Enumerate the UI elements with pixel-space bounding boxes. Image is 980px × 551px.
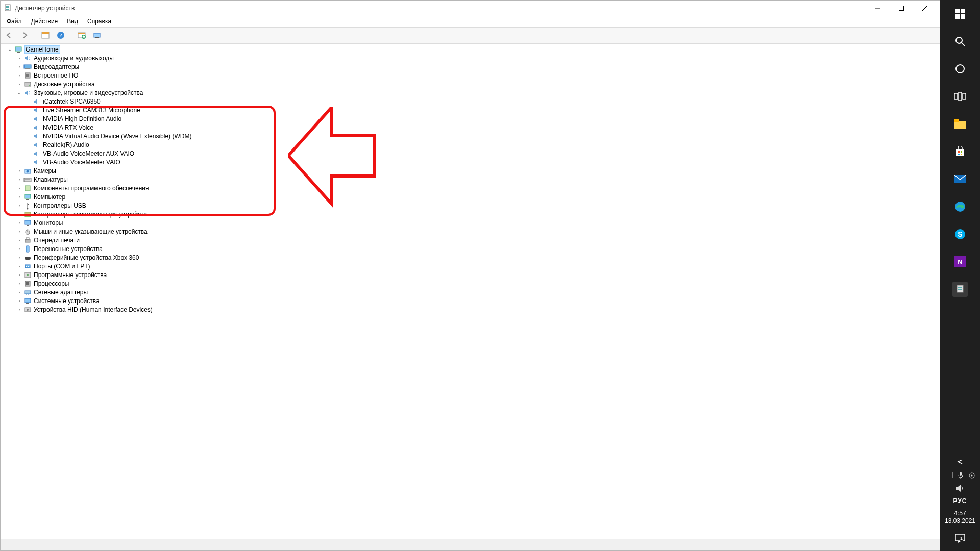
tray-microphone-icon[interactable]	[958, 472, 963, 479]
notifications-button[interactable]: 1	[952, 531, 968, 546]
menubar: Файл Действие Вид Справка	[1, 16, 940, 28]
svg-rect-33	[24, 212, 31, 214]
cat-portable-devices[interactable]: ›Переносные устройства	[2, 244, 940, 253]
tray-volume-icon[interactable]	[955, 484, 965, 492]
system-icon	[23, 297, 32, 305]
menu-file[interactable]: Файл	[3, 17, 26, 26]
menu-action[interactable]: Действие	[27, 17, 62, 26]
speaker-icon	[23, 54, 32, 62]
expand-toggle[interactable]: ›	[16, 263, 23, 270]
device-item[interactable]: NVIDIA Virtual Audio Device (Wave Extens…	[2, 132, 940, 140]
expand-toggle[interactable]: ›	[16, 280, 23, 287]
expand-toggle[interactable]: ›	[16, 63, 23, 70]
cat-usb-controllers[interactable]: ›Контроллеры USB	[2, 201, 940, 210]
cat-cameras[interactable]: ›Камеры	[2, 166, 940, 175]
skype-icon[interactable]: S	[952, 227, 968, 242]
menu-view[interactable]: Вид	[63, 17, 82, 26]
device-item[interactable]: iCatchtek SPCA6350	[2, 97, 940, 106]
task-view-button[interactable]	[952, 89, 968, 104]
cat-mice[interactable]: ›Мыши и иные указывающие устройства	[2, 227, 940, 236]
edge-icon[interactable]	[952, 199, 968, 214]
expand-toggle[interactable]: ⌄	[16, 89, 23, 96]
close-button[interactable]	[913, 1, 937, 16]
taskbar[interactable]: S N РУС 4:57 13.03.2021 1	[940, 0, 980, 551]
cat-system-devices[interactable]: ›Системные устройства	[2, 296, 940, 305]
cat-monitors[interactable]: ›Мониторы	[2, 218, 940, 227]
cat-firmware[interactable]: ›Встроенное ПО	[2, 71, 940, 80]
cat-processors[interactable]: ›Процессоры	[2, 279, 940, 288]
search-button[interactable]	[952, 34, 968, 49]
help-button[interactable]: ?	[54, 29, 67, 42]
expand-toggle[interactable]: ⌄	[7, 46, 14, 53]
forward-button[interactable]	[18, 29, 31, 42]
device-item[interactable]: NVIDIA RTX Voice	[2, 123, 940, 132]
scan-hardware-button[interactable]	[75, 29, 88, 42]
expand-toggle[interactable]: ›	[16, 237, 23, 244]
cat-storage-controllers[interactable]: ›Контроллеры запоминающих устройств	[2, 210, 940, 218]
expand-toggle[interactable]: ›	[16, 271, 23, 279]
device-tree[interactable]: ⌄ GameHome ›Аудиовходы и аудиовыходы ›Ви…	[1, 43, 940, 539]
tray-keyboard-icon[interactable]	[945, 472, 953, 479]
toolbar: ?	[1, 28, 940, 43]
mail-icon[interactable]	[952, 171, 968, 187]
expand-toggle[interactable]: ›	[16, 245, 23, 253]
menu-help[interactable]: Справка	[83, 17, 115, 26]
device-item[interactable]: Live Streamer CAM313 Microphone	[2, 106, 940, 114]
device-item[interactable]: VB-Audio VoiceMeeter AUX VAIO	[2, 149, 940, 158]
cat-display-adapters[interactable]: ›Видеоадаптеры	[2, 62, 940, 71]
clock[interactable]: 4:57 13.03.2021	[945, 510, 975, 525]
cat-network-adapters[interactable]: ›Сетевые адаптеры	[2, 288, 940, 296]
cat-software-components[interactable]: ›Компоненты программного обеспечения	[2, 184, 940, 192]
device-item[interactable]: Realtek(R) Audio	[2, 140, 940, 149]
cat-sound-video-game[interactable]: ⌄Звуковые, игровые и видеоустройства	[2, 88, 940, 97]
titlebar[interactable]: Диспетчер устройств	[1, 1, 940, 16]
expand-toggle[interactable]: ›	[16, 202, 23, 209]
expand-toggle[interactable]: ›	[16, 81, 23, 88]
cat-print-queues[interactable]: ›Очереди печати	[2, 236, 940, 244]
cat-audio-io[interactable]: ›Аудиовходы и аудиовыходы	[2, 54, 940, 62]
expand-toggle[interactable]: ›	[16, 289, 23, 296]
cat-keyboards[interactable]: ›Клавиатуры	[2, 175, 940, 184]
show-hide-console-button[interactable]	[39, 29, 52, 42]
cat-xbox-peripherals[interactable]: ›Периферийные устройства Xbox 360	[2, 253, 940, 262]
cat-software-devices[interactable]: ›Программные устройства	[2, 270, 940, 279]
device-manager-taskbar-icon[interactable]	[952, 282, 968, 297]
properties-button[interactable]	[90, 29, 104, 42]
cat-computer[interactable]: ›Компьютер	[2, 192, 940, 201]
expand-toggle[interactable]: ›	[16, 228, 23, 235]
svg-rect-42	[24, 257, 31, 260]
expand-toggle[interactable]: ›	[16, 306, 23, 313]
maximize-button[interactable]	[890, 1, 913, 16]
expand-toggle[interactable]: ›	[16, 211, 23, 218]
expand-toggle[interactable]: ›	[16, 176, 23, 183]
expand-toggle[interactable]: ›	[16, 167, 23, 174]
keyboard-icon	[23, 176, 32, 184]
onenote-icon[interactable]: N	[952, 254, 968, 269]
tree-root[interactable]: ⌄ GameHome	[2, 45, 940, 54]
back-button[interactable]	[3, 29, 16, 42]
tray-location-icon[interactable]	[968, 472, 975, 479]
expand-toggle[interactable]: ›	[16, 219, 23, 227]
component-icon	[23, 184, 32, 192]
expand-toggle[interactable]: ›	[16, 254, 23, 261]
device-item[interactable]: NVIDIA High Definition Audio	[2, 114, 940, 123]
expand-toggle[interactable]: ›	[16, 185, 23, 192]
start-button[interactable]	[952, 6, 968, 21]
cat-disk-drives[interactable]: ›Дисковые устройства	[2, 80, 940, 88]
expand-toggle[interactable]: ›	[16, 297, 23, 305]
microsoft-store-icon[interactable]	[952, 144, 968, 159]
svg-rect-60	[961, 14, 965, 19]
minimize-button[interactable]	[866, 1, 890, 16]
svg-rect-30	[24, 194, 31, 198]
expand-toggle[interactable]: ›	[16, 72, 23, 79]
svg-text:N: N	[958, 258, 962, 266]
file-explorer-icon[interactable]	[952, 116, 968, 132]
expand-toggle[interactable]: ›	[16, 55, 23, 62]
expand-toggle[interactable]: ›	[16, 193, 23, 201]
cat-hid[interactable]: ›Устройства HID (Human Interface Devices…	[2, 305, 940, 314]
cortana-button[interactable]	[952, 61, 968, 77]
cat-ports[interactable]: ›Порты (COM и LPT)	[2, 262, 940, 270]
device-item[interactable]: VB-Audio VoiceMeeter VAIO	[2, 158, 940, 166]
language-indicator[interactable]: РУС	[953, 497, 967, 505]
tray-expand-button[interactable]	[952, 458, 968, 467]
